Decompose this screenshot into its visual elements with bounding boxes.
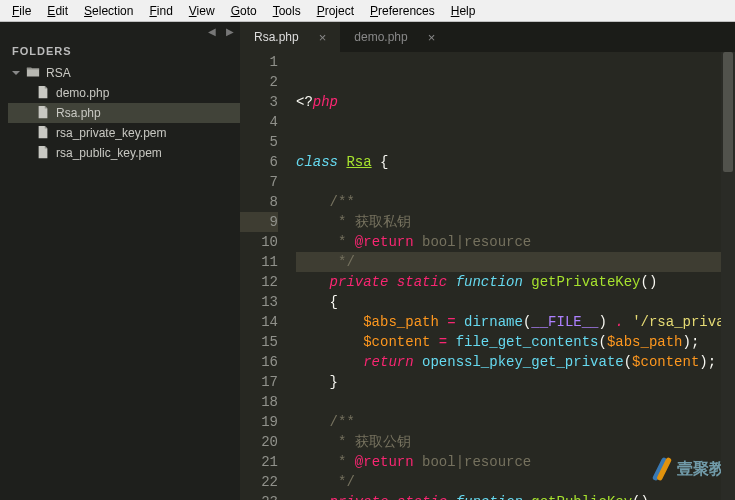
- file-icon: [36, 125, 50, 142]
- line-number[interactable]: 13: [240, 292, 278, 312]
- menu-find[interactable]: Find: [141, 2, 180, 20]
- sidebar-controls: ◀ ▶: [0, 22, 240, 41]
- code-line[interactable]: return openssl_pkey_get_private($content…: [296, 352, 735, 372]
- close-icon[interactable]: ×: [319, 30, 327, 45]
- menu-goto[interactable]: Goto: [223, 2, 265, 20]
- close-icon[interactable]: ×: [428, 30, 436, 45]
- code-line[interactable]: {: [296, 292, 735, 312]
- line-number[interactable]: 7: [240, 172, 278, 192]
- tree-file-item[interactable]: rsa_private_key.pem: [8, 123, 240, 143]
- line-number[interactable]: 20: [240, 432, 278, 452]
- code-line[interactable]: * 获取公钥: [296, 432, 735, 452]
- menu-help[interactable]: Help: [443, 2, 484, 20]
- code-line[interactable]: /**: [296, 412, 735, 432]
- file-icon: [36, 105, 50, 122]
- code-line[interactable]: }: [296, 372, 735, 392]
- scrollbar-thumb[interactable]: [723, 52, 733, 172]
- file-icon: [36, 85, 50, 102]
- menu-preferences[interactable]: Preferences: [362, 2, 443, 20]
- code-line[interactable]: * 获取私钥: [296, 212, 735, 232]
- folder-icon: [26, 65, 40, 82]
- menu-selection[interactable]: Selection: [76, 2, 141, 20]
- line-number[interactable]: 16: [240, 352, 278, 372]
- menu-project[interactable]: Project: [309, 2, 362, 20]
- tree-file-item[interactable]: rsa_public_key.pem: [8, 143, 240, 163]
- tab-demo-php[interactable]: demo.php×: [340, 22, 449, 52]
- tree-folder-root[interactable]: RSA: [8, 63, 240, 83]
- tab-label: Rsa.php: [254, 30, 299, 44]
- menu-file[interactable]: File: [4, 2, 39, 20]
- tree-file-label: rsa_private_key.pem: [56, 126, 167, 140]
- line-number[interactable]: 21: [240, 452, 278, 472]
- code-line[interactable]: /**: [296, 192, 735, 212]
- line-number[interactable]: 23: [240, 492, 278, 500]
- code-line[interactable]: $content = file_get_contents($abs_path);: [296, 332, 735, 352]
- line-number[interactable]: 4: [240, 112, 278, 132]
- line-number[interactable]: 17: [240, 372, 278, 392]
- line-number[interactable]: 22: [240, 472, 278, 492]
- line-number[interactable]: 3: [240, 92, 278, 112]
- line-number[interactable]: 15: [240, 332, 278, 352]
- vertical-scrollbar[interactable]: [721, 52, 735, 500]
- file-tree: RSA demo.phpRsa.phprsa_private_key.pemrs…: [0, 63, 240, 163]
- line-number[interactable]: 11: [240, 252, 278, 272]
- line-number[interactable]: 9: [240, 212, 278, 232]
- line-number[interactable]: 12: [240, 272, 278, 292]
- code-line[interactable]: * @return bool|resource: [296, 452, 735, 472]
- line-number[interactable]: 14: [240, 312, 278, 332]
- code-line[interactable]: private static function getPrivateKey(): [296, 272, 735, 292]
- menu-edit[interactable]: Edit: [39, 2, 76, 20]
- code-line[interactable]: class Rsa {: [296, 152, 735, 172]
- line-number[interactable]: 18: [240, 392, 278, 412]
- code-line[interactable]: <?php: [296, 92, 735, 112]
- line-number[interactable]: 8: [240, 192, 278, 212]
- sidebar-heading: FOLDERS: [0, 41, 240, 63]
- tree-file-label: demo.php: [56, 86, 109, 100]
- sidebar-right-arrow-icon[interactable]: ▶: [226, 26, 234, 37]
- line-number[interactable]: 6: [240, 152, 278, 172]
- code-line[interactable]: * @return bool|resource: [296, 232, 735, 252]
- tree-file-item[interactable]: demo.php: [8, 83, 240, 103]
- tree-file-item[interactable]: Rsa.php: [8, 103, 240, 123]
- tree-file-label: Rsa.php: [56, 106, 101, 120]
- tree-folder-label: RSA: [46, 66, 71, 80]
- tree-file-label: rsa_public_key.pem: [56, 146, 162, 160]
- line-number[interactable]: 10: [240, 232, 278, 252]
- menubar: FileEditSelectionFindViewGotoToolsProjec…: [0, 0, 735, 22]
- code-content[interactable]: <?php class Rsa { /** * 获取私钥 * @return b…: [290, 52, 735, 500]
- code-line[interactable]: [296, 392, 735, 412]
- gutter: 123456789101112131415161718192021222324: [240, 52, 290, 500]
- tab-rsa-php[interactable]: Rsa.php×: [240, 22, 340, 52]
- line-number[interactable]: 5: [240, 132, 278, 152]
- menu-tools[interactable]: Tools: [265, 2, 309, 20]
- menu-view[interactable]: View: [181, 2, 223, 20]
- file-icon: [36, 145, 50, 162]
- chevron-down-icon[interactable]: [12, 71, 20, 75]
- code-line[interactable]: */: [296, 472, 735, 492]
- code-line[interactable]: */: [296, 252, 735, 272]
- code-line[interactable]: [296, 132, 735, 152]
- code-line[interactable]: [296, 172, 735, 192]
- sidebar-left-arrow-icon[interactable]: ◀: [208, 26, 216, 37]
- line-number[interactable]: 1: [240, 52, 278, 72]
- code-line[interactable]: $abs_path = dirname(__FILE__) . '/rsa_pr…: [296, 312, 735, 332]
- code-line[interactable]: private static function getPublicKey(): [296, 492, 735, 500]
- code-area[interactable]: 123456789101112131415161718192021222324 …: [240, 52, 735, 500]
- line-number[interactable]: 2: [240, 72, 278, 92]
- tab-bar: Rsa.php×demo.php×: [240, 22, 735, 52]
- editor-area: Rsa.php×demo.php× 1234567891011121314151…: [240, 22, 735, 500]
- code-line[interactable]: [296, 112, 735, 132]
- tab-label: demo.php: [354, 30, 407, 44]
- line-number[interactable]: 19: [240, 412, 278, 432]
- sidebar: ◀ ▶ FOLDERS RSA demo.phpRsa.phprsa_priva…: [0, 22, 240, 500]
